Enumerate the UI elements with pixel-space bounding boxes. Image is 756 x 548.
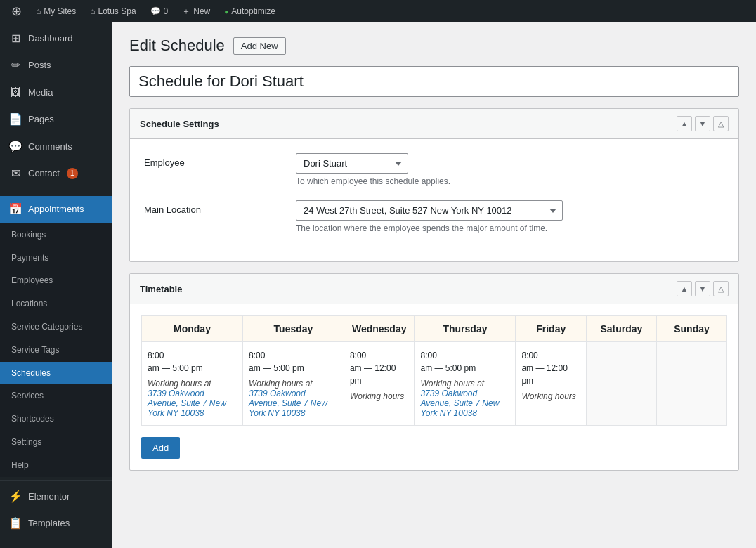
- cell-sunday[interactable]: [656, 342, 726, 426]
- elementor-icon: ⚡: [8, 489, 22, 504]
- employee-field: Dori Stuart To which employee this sched…: [296, 153, 724, 186]
- new-label: New: [193, 6, 210, 16]
- site-name-label: Lotus Spa: [98, 6, 136, 16]
- cell-monday[interactable]: 8:00am — 5:00 pm Working hours at 3739 O…: [142, 342, 243, 426]
- comments-icon: 💬: [150, 6, 161, 16]
- wp-logo-button[interactable]: ⊕: [6, 0, 27, 22]
- schedules-label: Schedules: [11, 367, 51, 379]
- cell-thursday[interactable]: 8:00am — 5:00 pm Working hours at 3739 O…: [415, 342, 516, 426]
- location-label: Main Location: [144, 200, 285, 215]
- sidebar-media-label: Media: [28, 86, 53, 99]
- thursday-working-prefix: Working hours at: [420, 379, 509, 389]
- help-label: Help: [11, 459, 29, 471]
- col-sunday: Sunday: [656, 316, 726, 342]
- locations-label: Locations: [11, 298, 47, 310]
- col-wednesday: Wednesday: [344, 316, 415, 342]
- comments-count: 0: [164, 6, 169, 16]
- wednesday-time: 8:00am — 12:00 pm: [350, 349, 409, 387]
- timetable-header-row: Monday Tuesday Wednesday Thursday Friday…: [142, 316, 727, 342]
- cell-friday[interactable]: 8:00am — 12:00 pm Working hours: [516, 342, 587, 426]
- thursday-location-link[interactable]: 3739 Oakwood Avenue, Suite 7 New York NY…: [420, 389, 499, 418]
- sidebar-item-services[interactable]: Services: [0, 384, 112, 407]
- sidebar-divider-1: [0, 193, 112, 193]
- comments-button[interactable]: 💬 0: [145, 0, 174, 22]
- service-tags-label: Service Tags: [11, 344, 59, 356]
- sidebar-contact-label: Contact: [28, 167, 60, 180]
- contact-badge: 1: [67, 168, 78, 179]
- sidebar-item-templates[interactable]: 📋 Templates: [0, 510, 112, 537]
- sidebar-item-appointments[interactable]: 📅 Appointments: [0, 196, 112, 223]
- location-select[interactable]: 24 West 27th Street, Suite 527 New York …: [296, 200, 563, 221]
- friday-working-text: Working hours: [521, 391, 580, 401]
- plus-icon: ＋: [182, 6, 190, 18]
- sidebar-item-help[interactable]: Help: [0, 454, 112, 477]
- sidebar-item-settings[interactable]: Settings: [0, 431, 112, 454]
- timetable-minimize-button[interactable]: △: [713, 281, 729, 296]
- sidebar-item-elementor[interactable]: ⚡ Elementor: [0, 483, 112, 510]
- my-sites-button[interactable]: ⌂ My Sites: [30, 0, 82, 22]
- sidebar-item-appearance[interactable]: 🎨 Appearance: [0, 543, 112, 548]
- sidebar-item-service-tags[interactable]: Service Tags: [0, 339, 112, 362]
- add-new-button[interactable]: Add New: [233, 37, 286, 55]
- panel-controls: ▲ ▼ △: [677, 116, 729, 131]
- sidebar-item-service-categories[interactable]: Service Categories: [0, 315, 112, 339]
- col-saturday: Saturday: [586, 316, 656, 342]
- sidebar-posts-label: Posts: [28, 59, 51, 72]
- employee-select[interactable]: Dori Stuart: [296, 153, 408, 174]
- timetable-table: Monday Tuesday Wednesday Thursday Friday…: [141, 315, 727, 426]
- sidebar-divider-2: [0, 480, 112, 481]
- new-button[interactable]: ＋ New: [176, 0, 216, 22]
- sidebar-item-pages[interactable]: 📄 Pages: [0, 106, 112, 133]
- media-icon: 🖼: [8, 85, 22, 100]
- sidebar-appointments-label: Appointments: [28, 203, 84, 216]
- sidebar-item-contact[interactable]: ✉ Contact 1: [0, 160, 112, 187]
- schedule-settings-body: Employee Dori Stuart To which employee t…: [130, 139, 738, 261]
- bookings-label: Bookings: [11, 229, 46, 241]
- sidebar-item-comments[interactable]: 💬 Comments: [0, 133, 112, 160]
- add-button[interactable]: Add: [141, 437, 180, 459]
- site-home-icon: ⌂: [90, 6, 95, 16]
- dashboard-icon: ⊞: [8, 31, 22, 46]
- cell-tuesday[interactable]: 8:00am — 5:00 pm Working hours at 3739 O…: [242, 342, 344, 426]
- panel-collapse-down-button[interactable]: ▼: [695, 116, 710, 131]
- sidebar-item-locations[interactable]: Locations: [0, 292, 112, 315]
- sidebar-pages-label: Pages: [28, 113, 54, 126]
- sidebar-item-dashboard[interactable]: ⊞ Dashboard: [0, 25, 112, 52]
- sidebar-item-payments[interactable]: Payments: [0, 247, 112, 270]
- timetable-collapse-up-button[interactable]: ▲: [677, 281, 692, 296]
- timetable-data-row: 8:00am — 5:00 pm Working hours at 3739 O…: [142, 342, 727, 426]
- templates-label: Templates: [28, 517, 70, 530]
- site-name-button[interactable]: ⌂ Lotus Spa: [84, 0, 141, 22]
- page-title: Edit Schedule: [129, 37, 225, 55]
- cell-saturday[interactable]: [586, 342, 656, 426]
- location-field: 24 West 27th Street, Suite 527 New York …: [296, 200, 724, 233]
- sidebar-item-employees[interactable]: Employees: [0, 269, 112, 292]
- posts-icon: ✏: [8, 58, 22, 73]
- tuesday-location-link[interactable]: 3739 Oakwood Avenue, Suite 7 New York NY…: [249, 389, 327, 418]
- templates-icon: 📋: [8, 516, 22, 531]
- sidebar-item-schedules[interactable]: Schedules: [0, 362, 112, 385]
- pages-icon: 📄: [8, 112, 22, 127]
- panel-collapse-up-button[interactable]: ▲: [677, 116, 692, 131]
- timetable-panel: Timetable ▲ ▼ △ Monday Tuesday Wednesday…: [129, 273, 739, 471]
- location-row: Main Location 24 West 27th Street, Suite…: [144, 200, 724, 233]
- home-icon: ⌂: [36, 6, 41, 16]
- schedule-name-input[interactable]: [129, 66, 739, 97]
- sidebar-dashboard-label: Dashboard: [28, 32, 73, 45]
- panel-minimize-button[interactable]: △: [713, 116, 729, 131]
- monday-location-link[interactable]: 3739 Oakwood Avenue, Suite 7 New York NY…: [148, 389, 226, 418]
- autoptimize-button[interactable]: ● Autoptimize: [219, 0, 281, 22]
- sidebar-item-posts[interactable]: ✏ Posts: [0, 52, 112, 79]
- employees-label: Employees: [11, 275, 53, 287]
- sidebar-item-bookings[interactable]: Bookings: [0, 223, 112, 247]
- employee-row: Employee Dori Stuart To which employee t…: [144, 153, 724, 186]
- sidebar-item-shortcodes[interactable]: Shortcodes: [0, 407, 112, 431]
- monday-time: 8:00am — 5:00 pm: [148, 349, 237, 374]
- cell-wednesday[interactable]: 8:00am — 12:00 pm Working hours: [344, 342, 415, 426]
- sidebar-item-media[interactable]: 🖼 Media: [0, 79, 112, 106]
- schedule-settings-title: Schedule Settings: [140, 119, 219, 129]
- monday-working-prefix: Working hours at: [148, 379, 237, 389]
- timetable-collapse-down-button[interactable]: ▼: [695, 281, 710, 296]
- timetable-title: Timetable: [140, 284, 182, 294]
- tuesday-time: 8:00am — 5:00 pm: [249, 349, 338, 374]
